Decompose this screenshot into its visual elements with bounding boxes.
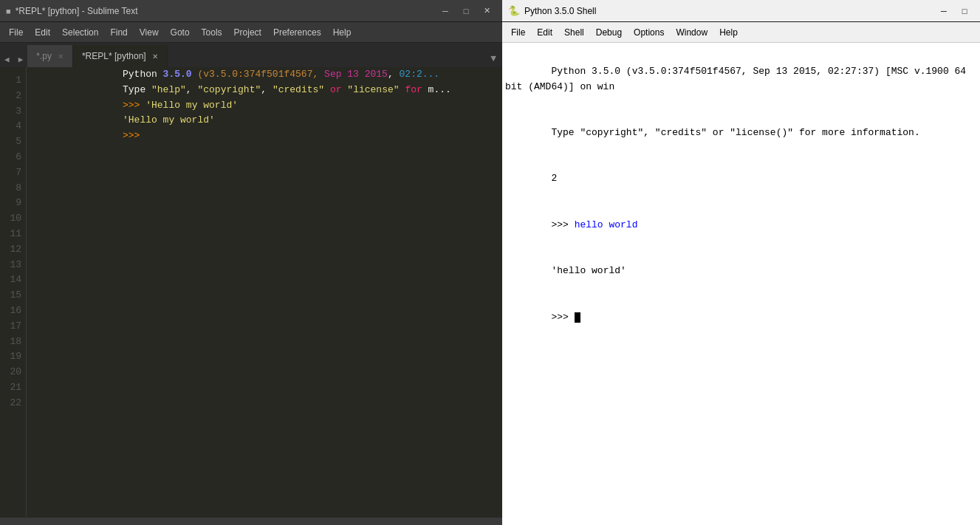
repl-output-line-1: 'Hello my world' [123, 113, 502, 128]
shell-menu-help[interactable]: Help [713, 24, 744, 41]
sublime-code-area[interactable]: 12345 678910 1112131415 1617181920 2122 … [0, 67, 502, 518]
shell-input-1: hello world [575, 219, 638, 230]
menu-help[interactable]: Help [327, 24, 357, 41]
shell-pane: Python 3.5.0 (v3.5.0:374f501f4567, Sep 1… [502, 43, 980, 525]
shell-num-line: 2 [551, 173, 557, 184]
repl-hint-line: Type "help", "copyright", "credits" or "… [123, 83, 502, 98]
shell-cursor [575, 312, 580, 323]
menu-edit[interactable]: Edit [29, 24, 56, 41]
shell-app-icon: 🐍 [508, 5, 520, 16]
shell-minimize-btn[interactable]: ─ [934, 4, 953, 18]
tab-nav-right[interactable]: ▶ [14, 52, 28, 67]
shell-menu-shell[interactable]: Shell [558, 24, 590, 41]
menu-project[interactable]: Project [228, 24, 267, 41]
menu-goto[interactable]: Goto [165, 24, 196, 41]
code-content[interactable]: # -*- c __auth impor impor impor impor i… [27, 67, 502, 518]
tab-repl-label: *REPL* [python] [82, 51, 146, 61]
tab-py-label: *.py [36, 51, 52, 61]
tab-repl[interactable]: *REPL* [python] ✕ [73, 45, 168, 67]
sublime-app-icon: ■ [6, 7, 11, 16]
menu-view[interactable]: View [134, 24, 165, 41]
menu-find[interactable]: Find [104, 24, 133, 41]
repl-prompt-line-1: >>> 'Hello my world' [123, 98, 502, 114]
shell-version-line: Python 3.5.0 (v3.5.0:374f501f4567, Sep 1… [505, 66, 972, 92]
tab-nav-left[interactable]: ◀ [0, 52, 14, 67]
shell-menu-window[interactable]: Window [670, 24, 713, 41]
shell-menu-edit[interactable]: Edit [531, 24, 558, 41]
shell-output-1: 'hello world' [551, 265, 626, 276]
tab-py-close[interactable]: ✕ [58, 52, 64, 61]
shell-title-bar: 🐍 Python 3.5.0 Shell ─ □ [502, 0, 980, 22]
sublime-maximize-btn[interactable]: □ [456, 4, 476, 18]
sublime-minimize-btn[interactable]: ─ [436, 4, 455, 18]
menu-selection[interactable]: Selection [56, 24, 104, 41]
shell-menu-file[interactable]: File [505, 24, 531, 41]
sublime-scrollbar-horizontal[interactable] [0, 518, 502, 525]
shell-type-hint: Type "copyright", "credits" or "license(… [551, 127, 919, 138]
repl-header-line: Python 3.5.0 (v3.5.0:374f501f4567, Sep 1… [123, 67, 502, 83]
sublime-pane: ◀ ▶ *.py ✕ *REPL* [python] ✕ ▼ 12345 [0, 43, 502, 525]
menu-tools[interactable]: Tools [196, 24, 228, 41]
shell-prompt-1: >>> [551, 219, 574, 230]
menu-file[interactable]: File [3, 24, 29, 41]
sublime-close-btn[interactable]: ✕ [477, 4, 496, 18]
tab-py[interactable]: *.py ✕ [27, 45, 73, 67]
shell-menu-bar: File Edit Shell Debug Options Window Hel… [502, 22, 980, 43]
menu-preferences[interactable]: Preferences [267, 24, 327, 41]
shell-menu-debug[interactable]: Debug [590, 24, 628, 41]
repl-prompt-line-2: >>> [123, 128, 502, 144]
sublime-tab-bar: ◀ ▶ *.py ✕ *REPL* [python] ✕ ▼ [0, 43, 502, 67]
sublime-menu-bar: File Edit Selection Find View Goto Tools… [0, 22, 502, 43]
shell-menu-options[interactable]: Options [628, 24, 670, 41]
shell-content[interactable]: Python 3.5.0 (v3.5.0:374f501f4567, Sep 1… [502, 43, 980, 525]
sublime-title-bar: ■ *REPL* [python] - Sublime Text ─ □ ✕ [0, 0, 502, 22]
shell-prompt-2: >>> [551, 312, 574, 323]
shell-title: Python 3.5.0 Shell [524, 6, 934, 16]
line-numbers: 12345 678910 1112131415 1617181920 2122 [0, 67, 27, 518]
sublime-title: *REPL* [python] - Sublime Text [16, 6, 436, 16]
tab-repl-close[interactable]: ✕ [152, 52, 158, 61]
shell-maximize-btn[interactable]: □ [955, 4, 974, 18]
tab-dropdown-btn[interactable]: ▼ [484, 50, 502, 67]
